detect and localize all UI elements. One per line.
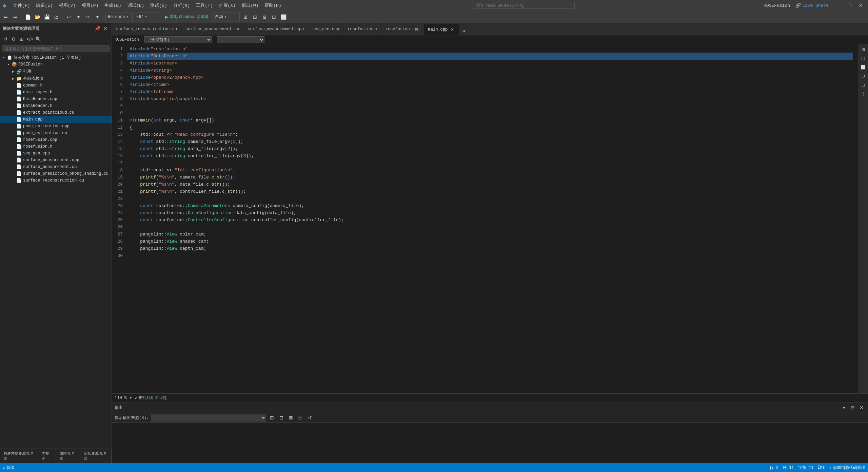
tree-item-pose-cpp[interactable]: ▶ 📄 pose_estimation.cpp xyxy=(0,123,112,130)
settings-button[interactable]: ⚙ xyxy=(10,36,17,42)
breadcrumb-scope-select[interactable]: （全局范围） xyxy=(144,36,212,43)
tab-surface-measurement-cpp[interactable]: surface_measurement.cpp xyxy=(243,23,308,35)
tab-rosefusion-cpp[interactable]: rosefusion.cpp xyxy=(381,23,424,35)
tree-item-project[interactable]: ▾ 📦 ROSEFusion xyxy=(0,61,112,68)
output-float-btn[interactable]: ⊟ xyxy=(849,404,856,411)
debug-btn2[interactable]: ⊟ xyxy=(251,13,259,21)
breadcrumb-member-select[interactable] xyxy=(217,36,264,43)
undo-dropdown[interactable]: ▾ xyxy=(74,13,83,21)
bottom-tab-props[interactable]: 属性管理器 xyxy=(56,449,80,463)
tree-item-datatypes-h[interactable]: ▶ 📄 data_types.h xyxy=(0,89,112,96)
output-btn4[interactable]: ☰ xyxy=(297,414,304,421)
new-project-button[interactable]: 📄 xyxy=(23,13,32,21)
menu-file[interactable]: 文件(F) xyxy=(11,2,33,9)
editor-scrollbar[interactable] xyxy=(853,44,858,393)
tree-item-seq-gen[interactable]: ▶ 📄 seq_gen.cpp xyxy=(0,150,112,157)
restore-button[interactable]: ❐ xyxy=(845,2,854,9)
rsb-btn3[interactable]: ⬜ xyxy=(859,63,867,71)
tab-main-cpp[interactable]: main.cpp ✕ xyxy=(424,23,460,35)
menu-project[interactable]: 项目(P) xyxy=(79,2,101,9)
debug-btn4[interactable]: ⊡ xyxy=(270,13,278,21)
rsb-btn5[interactable]: ◻ xyxy=(859,81,867,89)
tree-item-pose-cu[interactable]: ▶ 📄 pose_estimation.cu xyxy=(0,130,112,136)
status-char[interactable]: 字符 11 xyxy=(798,465,814,471)
open-button[interactable]: 📂 xyxy=(33,13,42,21)
tree-item-datareader-cpp[interactable]: ▶ 📄 DataReader.cpp xyxy=(0,96,112,102)
pin-button[interactable]: 📌 xyxy=(94,25,101,32)
debug-btn5[interactable]: ⬜ xyxy=(279,13,288,21)
tree-item-solution[interactable]: ▾ 📋 解决方案'ROSEFusion'(1 个项目) xyxy=(0,54,112,61)
debug-btn3[interactable]: ⊠ xyxy=(260,13,269,21)
back-button[interactable]: ⬅ xyxy=(1,13,10,21)
menu-help[interactable]: 帮助(H) xyxy=(262,2,284,9)
run-mode-dropdown[interactable]: 自动 ▾ xyxy=(213,13,240,21)
bottom-tab-team[interactable]: 团队资源管理器 xyxy=(80,449,112,463)
menu-tools[interactable]: 工具(T) xyxy=(193,2,215,9)
tree-item-surface-pred[interactable]: ▶ 📄 surface_prediction_phong_shading.cu xyxy=(0,170,112,177)
tab-overflow-button[interactable]: » xyxy=(459,26,468,35)
tree-item-surface-recon[interactable]: ▶ 📄 surface_reconstruction.cu xyxy=(0,177,112,184)
status-ready[interactable]: ✔ 就绪 xyxy=(3,465,15,471)
menu-edit[interactable]: 编辑(E) xyxy=(33,2,55,9)
menu-extensions[interactable]: 扩展(X) xyxy=(216,2,238,9)
tree-item-references[interactable]: ▶ 🔗 引用 xyxy=(0,68,112,75)
sync-button[interactable]: ↺ xyxy=(2,36,9,42)
bottom-tab-class[interactable]: 类视图 xyxy=(38,449,56,463)
menu-test[interactable]: 测试(S) xyxy=(147,2,170,9)
status-row[interactable]: 行 2 xyxy=(770,465,778,471)
output-close-btn[interactable]: ✕ xyxy=(858,404,865,411)
status-add-code[interactable]: ⬆ 添加到源代码管理 xyxy=(829,465,865,471)
tree-item-surface-meas-cu[interactable]: ▶ 📄 surface_measurement.cu xyxy=(0,164,112,170)
menu-view[interactable]: 视图(V) xyxy=(56,2,78,9)
redo-button[interactable]: ↪ xyxy=(83,13,92,21)
tree-item-rosefusion-cpp[interactable]: ▶ 📄 rosefusion.cpp xyxy=(0,136,112,143)
rsb-btn6[interactable]: ⋮ xyxy=(859,90,867,98)
rsb-btn4[interactable]: ⊟ xyxy=(859,72,867,80)
code-content[interactable]: #include "rosefusion.h" #include "DataRe… xyxy=(127,44,853,393)
rsb-btn1[interactable]: ⊞ xyxy=(859,45,867,54)
redo-dropdown[interactable]: ▾ xyxy=(93,13,102,21)
platform-dropdown[interactable]: x64 ▾ xyxy=(134,13,161,21)
status-col[interactable]: 列 11 xyxy=(783,465,794,471)
search-sidebar-button[interactable]: 🔍 xyxy=(35,36,41,42)
tree-item-surface-meas-cpp[interactable]: ▶ 📄 surface_measurement.cpp xyxy=(0,157,112,164)
close-button[interactable]: ✕ xyxy=(856,2,865,9)
undo-button[interactable]: ↩ xyxy=(64,13,73,21)
filter-button[interactable]: ⊞ xyxy=(18,36,25,42)
tree-item-rosefusion-h[interactable]: ▶ 📄 rosefusion.h xyxy=(0,143,112,150)
menu-window[interactable]: 窗口(W) xyxy=(239,2,261,9)
code-view-button[interactable]: </> xyxy=(26,36,33,42)
global-search-input[interactable] xyxy=(473,2,575,9)
save-all-button[interactable]: 🗂 xyxy=(52,13,61,21)
tree-item-main-cpp[interactable]: ▶ 📄 main.cpp xyxy=(0,116,112,123)
tab-rosefusion-h[interactable]: rosefusion.h xyxy=(343,23,381,35)
zoom-dropdown[interactable]: ▾ xyxy=(130,395,132,400)
output-source-select[interactable] xyxy=(151,414,266,421)
tree-item-external-deps[interactable]: ▶ 📁 外部依赖项 xyxy=(0,75,112,82)
live-share-btn[interactable]: 🔗 Live Share xyxy=(795,3,829,8)
run-button[interactable]: ▶ 本地 Windows 调试器 xyxy=(162,13,211,21)
minimize-button[interactable]: — xyxy=(834,2,844,9)
tree-item-common-h[interactable]: ▶ 📄 common.h xyxy=(0,82,112,89)
output-btn1[interactable]: ⊞ xyxy=(268,414,276,421)
bottom-tab-solution[interactable]: 解决方案资源管理器 xyxy=(0,449,38,463)
tree-item-extract[interactable]: ▶ 📄 extract_pointcloud.cu xyxy=(0,109,112,116)
build-config-dropdown[interactable]: Release ▾ xyxy=(105,13,133,21)
tab-seq-gen[interactable]: seq_gen.cpp xyxy=(308,23,343,35)
solution-search-input[interactable] xyxy=(2,45,110,52)
tab-surface-measurement-cu[interactable]: surface_measurement.cu xyxy=(181,23,243,35)
output-btn3[interactable]: ⊠ xyxy=(287,414,295,421)
menu-analyze[interactable]: 分析(N) xyxy=(171,2,193,9)
rsb-btn2[interactable]: ◫ xyxy=(859,54,867,62)
tab-surface-reconstruction[interactable]: surface_reconstruction.cu xyxy=(112,23,181,35)
output-btn5[interactable]: ↺ xyxy=(306,414,314,421)
status-ins[interactable]: Ins xyxy=(817,465,825,470)
debug-btn1[interactable]: ⊞ xyxy=(241,13,250,21)
tab-close-main[interactable]: ✕ xyxy=(450,27,455,32)
output-minimize-btn[interactable]: ▾ xyxy=(840,404,848,411)
forward-button[interactable]: ➡ xyxy=(11,13,20,21)
tree-item-datareader-h[interactable]: ▶ 📄 DataReader.h xyxy=(0,102,112,109)
menu-build[interactable]: 生成(B) xyxy=(102,2,124,9)
output-btn2[interactable]: ⊟ xyxy=(278,414,285,421)
sidebar-close-button[interactable]: ✕ xyxy=(102,25,109,32)
